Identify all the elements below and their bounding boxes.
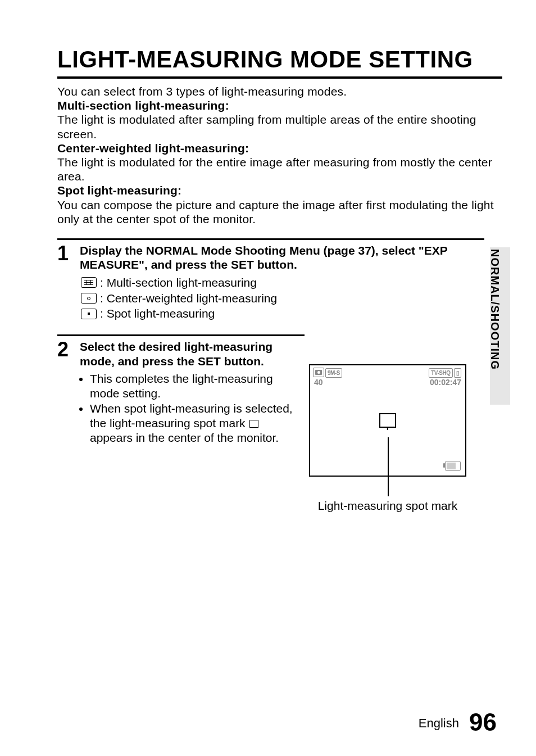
icon-colon-1: : <box>100 275 107 290</box>
spot-mark-inline-icon <box>249 420 258 428</box>
mode-multi-desc: The light is modulated after sampling fr… <box>57 112 502 141</box>
page-number: 96 <box>469 708 497 736</box>
step-2-bullet-2: When spot light-measuring is selected, t… <box>90 401 305 445</box>
intro-line: You can select from 3 types of light-mea… <box>57 84 502 98</box>
step-2: 2 Select the desired light-measuring mod… <box>57 334 305 446</box>
intro-block: You can select from 3 types of light-mea… <box>57 84 502 226</box>
lcd-card-chip: ▯ <box>454 368 462 378</box>
page-title: LIGHT-MEASURING MODE SETTING <box>57 46 502 73</box>
mode-center-heading: Center-weighted light-measuring: <box>57 141 502 155</box>
step-2-heading: Select the desired light-measuring mode,… <box>80 339 305 368</box>
lcd-camera-chip <box>313 368 324 377</box>
step-2-bullet-2b: appears in the center of the monitor. <box>90 431 279 444</box>
step-1-heading: Display the NORMAL Mode Shooting Menu (p… <box>80 243 484 272</box>
callout-line <box>388 437 389 496</box>
footer-language: English <box>419 716 459 730</box>
side-tab: NORMAL/SHOOTING <box>488 249 501 370</box>
lcd-mode-chip: TV-SHQ <box>429 368 452 378</box>
step-1-icon-center-label: Center-weighted light-measuring <box>107 291 278 306</box>
lcd-figure: 9M-S TV-SHQ▯ 40 00:02:47 Light-measuring… <box>309 364 466 513</box>
title-rule <box>57 76 502 79</box>
lcd-count: 40 <box>314 378 323 387</box>
icon-colon-3: : <box>100 306 107 321</box>
step-2-bullet-1: This completes the light-measuring mode … <box>90 372 305 400</box>
mode-spot-heading: Spot light-measuring: <box>57 183 502 197</box>
lcd-spot-mark <box>379 413 396 428</box>
step-2-bullet-2a: When spot light-measuring is selected, t… <box>90 402 293 429</box>
metering-spot-icon <box>80 309 98 319</box>
step-1-icon-multi-label: Multi-section light-measuring <box>107 275 257 290</box>
lcd-callout-label: Light-measuring spot mark <box>309 499 466 513</box>
icon-colon-2: : <box>100 291 107 306</box>
lcd-res-chip: 9M-S <box>325 368 342 378</box>
page-footer: English 96 <box>419 708 497 736</box>
lcd-mode-label: TV-SHQ <box>431 370 450 376</box>
step-1: 1 Display the NORMAL Mode Shooting Menu … <box>57 238 484 322</box>
step-1-icon-spot-label: Spot light-measuring <box>107 306 215 321</box>
mode-center-desc: The light is modulated for the entire im… <box>57 155 502 183</box>
mode-multi-heading: Multi-section light-measuring: <box>57 98 502 112</box>
battery-icon <box>445 461 461 471</box>
lcd-time: 00:02:47 <box>430 378 461 387</box>
step-2-bullets: This completes the light-measuring mode … <box>80 372 305 445</box>
metering-grid-icon <box>80 277 98 288</box>
step-1-number: 1 <box>57 243 80 322</box>
camera-icon <box>315 370 322 375</box>
mode-spot-desc: You can compose the picture and capture … <box>57 198 502 226</box>
metering-center-icon <box>80 293 98 304</box>
step-2-number: 2 <box>57 339 80 446</box>
